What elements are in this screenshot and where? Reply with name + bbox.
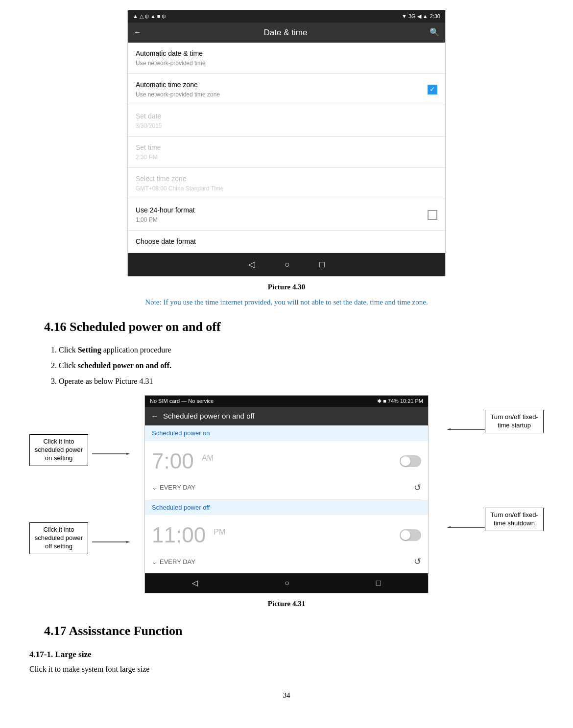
- power-on-toggle[interactable]: [400, 455, 421, 467]
- power-off-repeat-text: EVERY DAY: [160, 557, 195, 567]
- set-date-subtitle: 3/30/2015: [136, 121, 162, 130]
- arrow-power-on: [92, 453, 131, 455]
- power-off-time-row: 11:00 PM: [145, 515, 428, 553]
- power-on-repeat-text: EVERY DAY: [160, 483, 195, 493]
- auto-timezone-title: Automatic time zone: [136, 80, 220, 90]
- caption-431: Picture 4.31: [29, 598, 544, 610]
- status-bar-431: No SIM card — No service ✱ ■ 74% 10:21 P…: [145, 396, 428, 407]
- set-time-title: Set time: [136, 142, 161, 153]
- scheduled-power-off-section: Scheduled power off 11:00 PM ⌄ EVERY DAY…: [145, 500, 428, 574]
- title-bar-431: ← Scheduled power on and off: [145, 407, 428, 426]
- home-nav-431[interactable]: ○: [285, 577, 289, 589]
- refresh-icon-off[interactable]: ↺: [414, 555, 421, 568]
- time-430: 2:30: [430, 12, 440, 21]
- setting-bold: Setting: [78, 346, 101, 354]
- arrow-shutdown: [447, 526, 486, 528]
- chevron-down-icon-2: ⌄: [152, 558, 157, 566]
- section-417-heading: 4.17 Assisstance Function: [44, 621, 544, 640]
- auto-date-subtitle: Use network-provided time: [136, 59, 206, 68]
- annotation-startup-text: Turn on/off fixed-time startup: [485, 410, 544, 433]
- set-date-title: Set date: [136, 111, 162, 121]
- power-on-header: Scheduled power on: [145, 425, 428, 441]
- signal-icons: ▼ 3G ◀ ▲: [402, 12, 428, 21]
- back-nav-icon[interactable]: ◁: [248, 258, 255, 271]
- arrow-power-off: [92, 541, 131, 543]
- power-on-time-row: 7:00 AM: [145, 441, 428, 479]
- refresh-icon-on[interactable]: ↺: [414, 481, 421, 494]
- screen-title-431: Scheduled power on and off: [163, 411, 255, 422]
- chevron-down-icon: ⌄: [152, 483, 157, 492]
- auto-date-title: Automatic date & time: [136, 48, 206, 59]
- settings-item-date-format[interactable]: Choose date format: [128, 231, 445, 253]
- power-off-header: Scheduled power off: [145, 500, 428, 516]
- step-2: Click scheduled power on and off.: [59, 360, 544, 372]
- back-arrow-431: ←: [151, 411, 158, 422]
- 24hour-subtitle: 1:00 PM: [136, 215, 195, 224]
- power-off-toggle[interactable]: [400, 529, 421, 541]
- nav-bar-430: ◁ ○ □: [128, 253, 445, 276]
- annotation-power-off-text: Click it into scheduled power off settin…: [29, 522, 88, 554]
- settings-item-auto-timezone[interactable]: Automatic time zone Use network-provided…: [128, 74, 445, 105]
- page-number: 34: [29, 690, 544, 701]
- settings-item-timezone: Select time zone GMT+08:00 China Standar…: [128, 168, 445, 199]
- auto-timezone-subtitle: Use network-provided time zone: [136, 90, 220, 99]
- steps-list: Click Setting application procedure Clic…: [59, 344, 544, 387]
- svg-marker-6: [447, 526, 451, 528]
- back-nav-431[interactable]: ◁: [192, 577, 198, 589]
- annotation-power-on-text: Click it into scheduled power on setting: [29, 434, 88, 466]
- 24hour-title: Use 24-hour format: [136, 205, 195, 215]
- status-icons-left: ▲ △ ψ ▲ ■ ψ: [133, 12, 166, 21]
- picture-431-area: Click it into scheduled power on setting…: [29, 395, 544, 593]
- search-icon: 🔍: [430, 26, 439, 38]
- set-time-subtitle: 2:30 PM: [136, 153, 161, 162]
- section-416-heading: 4.16 Scheduled power on and off: [44, 317, 544, 336]
- caption-430: Picture 4.30: [29, 282, 544, 293]
- arrow-startup: [447, 428, 486, 430]
- sim-status: No SIM card — No service: [150, 397, 214, 405]
- svg-marker-3: [126, 541, 130, 543]
- power-off-repeat-row: ⌄ EVERY DAY ↺: [145, 553, 428, 573]
- scheduled-power-on-section: Scheduled power on 7:00 AM ⌄ EVERY DAY ↺: [145, 425, 428, 499]
- scheduled-power-bold: scheduled power on and off.: [78, 361, 171, 370]
- checkbox-24hour[interactable]: [428, 210, 437, 220]
- title-bar-430: ← Date & time 🔍: [128, 23, 445, 43]
- svg-marker-4: [447, 428, 451, 430]
- settings-item-24hour[interactable]: Use 24-hour format 1:00 PM: [128, 199, 445, 231]
- power-off-time: 11:00 PM: [152, 519, 225, 551]
- nav-bar-431: ◁ ○ □: [145, 573, 428, 593]
- date-format-title: Choose date format: [136, 236, 196, 247]
- settings-item-set-date: Set date 3/30/2015: [128, 105, 445, 137]
- timezone-title: Select time zone: [136, 174, 224, 184]
- status-right-430: ▼ 3G ◀ ▲ 2:30: [402, 12, 440, 21]
- status-left-430: ▲ △ ψ ▲ ■ ψ: [133, 12, 166, 21]
- checkbox-auto-timezone[interactable]: ✓: [428, 85, 437, 94]
- home-nav-icon[interactable]: ○: [285, 258, 290, 271]
- svg-marker-1: [126, 453, 130, 455]
- settings-list-430: Automatic date & time Use network-provid…: [128, 43, 445, 253]
- status-bar-430: ▲ △ ψ ▲ ■ ψ ▼ 3G ◀ ▲ 2:30: [128, 10, 445, 23]
- sub-heading-4171: 4.17-1. Large size: [29, 648, 544, 661]
- timezone-subtitle: GMT+08:00 China Standard Time: [136, 184, 224, 193]
- recent-nav-431[interactable]: □: [376, 577, 381, 589]
- settings-item-set-time: Set time 2:30 PM: [128, 137, 445, 168]
- step-3: Operate as below Picture 4.31: [59, 376, 544, 387]
- battery-time: ✱ ■ 74% 10:21 PM: [377, 397, 423, 405]
- power-on-time: 7:00 AM: [152, 445, 214, 477]
- toggle-knob-off: [401, 530, 410, 540]
- recent-nav-icon[interactable]: □: [319, 258, 325, 271]
- screenshot-430: ▲ △ ψ ▲ ■ ψ ▼ 3G ◀ ▲ 2:30 ← Date & time …: [127, 10, 446, 277]
- power-on-repeat-row: ⌄ EVERY DAY ↺: [145, 479, 428, 499]
- note-text: Note: If you use the time internet provi…: [29, 297, 544, 308]
- large-size-text: Click it to make system font large size: [29, 663, 544, 675]
- annotation-shutdown-text: Turn on/off fixed-time shutdown: [485, 508, 544, 531]
- screen-title-430: Date & time: [149, 26, 422, 39]
- toggle-knob-on: [401, 456, 410, 466]
- screenshot-431: No SIM card — No service ✱ ■ 74% 10:21 P…: [144, 395, 429, 593]
- settings-item-auto-date[interactable]: Automatic date & time Use network-provid…: [128, 43, 445, 74]
- step-1: Click Setting application procedure: [59, 344, 544, 356]
- back-arrow-icon: ←: [134, 26, 142, 38]
